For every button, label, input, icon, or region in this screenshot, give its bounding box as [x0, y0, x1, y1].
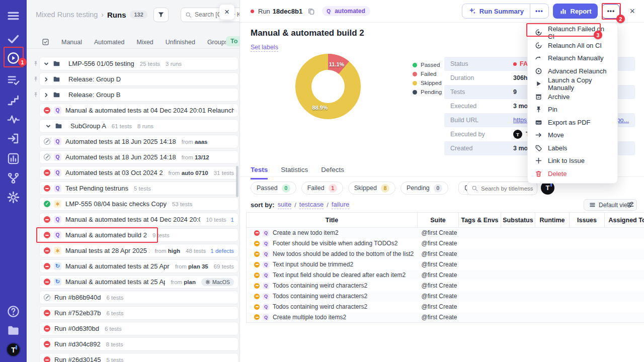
run-summary-button[interactable]: Run Summary [462, 4, 530, 18]
menu-icon[interactable] [7, 9, 20, 23]
run-card[interactable]: Run #0d63f0bd6 tests [39, 322, 238, 335]
chevron-down-icon[interactable] [46, 124, 51, 129]
sort-by-suite[interactable]: suite [278, 201, 291, 209]
group-card[interactable]: LMP-556 01/05 testing25 tests3 runs [39, 57, 238, 70]
run-card[interactable]: QManual & automated tests at 04 Dec 2024… [39, 104, 238, 117]
sort-by-testcase[interactable]: testcase [299, 201, 324, 209]
tab-statistics[interactable]: Statistics [281, 166, 308, 179]
check-icon[interactable] [7, 32, 20, 46]
run-card[interactable]: QManual & automated build 29 tests [39, 228, 238, 242]
menu-item-export-as-pdf[interactable]: PDFExport as PDF [528, 116, 617, 129]
table-row[interactable]: QTodos containing weird characters2@firs… [247, 302, 644, 312]
filter-chip-pending[interactable]: Pending0 [400, 182, 448, 195]
run-card[interactable]: ↻Manual & automated tests at 25 Apr 2025… [39, 259, 238, 273]
automated-type-icon: Q [54, 185, 61, 192]
table-row[interactable]: QText input should be trimmed2@first Cre… [247, 259, 644, 270]
table-row[interactable]: QNew todos should be added to the bottom… [247, 249, 644, 259]
steps-icon[interactable] [7, 94, 20, 107]
run-card[interactable]: QAutomated tests at 18 Jun 2025 14:18fro… [39, 135, 238, 148]
pin-icon[interactable] [33, 76, 39, 82]
table-row[interactable]: QFooter should be visible when adding TO… [247, 238, 644, 249]
projects-folder-icon[interactable] [7, 324, 20, 337]
menu-item-link-to-issue[interactable]: Link to Issue [528, 154, 617, 167]
pin-icon[interactable] [33, 92, 39, 98]
menu-item-advanced-relaunch[interactable]: Advanced Relaunch [528, 65, 617, 78]
status-skipped-icon [254, 304, 260, 310]
table-row[interactable]: QText input field should be cleared afte… [247, 270, 644, 281]
filter-chip-failed[interactable]: Failed1 [301, 182, 343, 195]
analytics-icon[interactable] [7, 152, 20, 165]
sign-in-icon[interactable] [7, 132, 20, 145]
pulse-icon[interactable] [7, 113, 20, 126]
pin-icon[interactable] [33, 60, 39, 66]
menu-item-pin[interactable]: Pin [528, 103, 617, 116]
run-card[interactable]: Run #b86b940d6 tests [39, 291, 238, 304]
help-icon[interactable] [7, 305, 20, 318]
menu-item-relaunch-failed-on-ci[interactable]: Relaunch Failed on CI [528, 26, 617, 39]
tab-unfinished[interactable]: Unfinished [166, 39, 195, 46]
table-row[interactable]: QTodos containing weird characters2@firs… [247, 281, 644, 291]
tab-tests[interactable]: Tests [251, 166, 268, 179]
run-check-icon[interactable] [42, 38, 49, 46]
menu-item-relaunch-all-on-ci[interactable]: Relaunch All on CI [528, 39, 617, 52]
close-detail-icon[interactable]: × [629, 7, 635, 16]
sort-by-failure[interactable]: failure [332, 201, 349, 209]
table-row[interactable]: QCreate multiple todo items2@first Creat… [247, 312, 644, 323]
menu-item-labels[interactable]: Labels [528, 142, 617, 155]
defects-count[interactable]: 1 [231, 217, 234, 223]
tests-search-input[interactable] [481, 186, 533, 192]
run-summary-more-button[interactable]: ••• [530, 4, 548, 18]
menu-item-delete[interactable]: Delete [528, 167, 617, 180]
run-card[interactable]: Run #d304c8928 tests [39, 337, 238, 351]
user-avatar[interactable]: T [6, 342, 21, 357]
menu-item-archive[interactable]: Archive [528, 90, 617, 104]
copy-icon[interactable] [307, 8, 315, 15]
run-card[interactable]: QAutomated tests at 03 Oct 2024 20:25fro… [39, 166, 238, 179]
tests-count: 6 tests [107, 310, 124, 316]
group-card[interactable]: Release: Group B [39, 88, 238, 102]
panel-close-button[interactable]: × [219, 5, 234, 20]
run-card[interactable]: ✶Manual tests at 28 Apr 2025 16:50from h… [39, 244, 238, 257]
report-button[interactable]: Report [553, 4, 598, 19]
defects-count[interactable]: 1 defects [210, 248, 234, 254]
tab-mixed[interactable]: Mixed [136, 39, 153, 46]
table-row[interactable]: QCreate a new todo item2@first Create ..… [247, 228, 644, 238]
tab-defects[interactable]: Defects [321, 166, 344, 179]
export-pdf-icon: PDF [535, 119, 542, 126]
tab-automated[interactable]: Automated [94, 39, 124, 46]
run-card[interactable]: ↻Manual & automated tests at 25 Apr 2025… [39, 275, 238, 289]
run-card[interactable]: QManual & automated tests at 04 Dec 2024… [39, 213, 238, 226]
run-card[interactable]: QTest Pending testruns5 tests [39, 182, 238, 195]
chevron-right-icon[interactable] [44, 93, 49, 98]
menu-item-launch-a-copy-manually[interactable]: Launch a Copy Manually [528, 77, 617, 90]
group-card[interactable]: Release: Group D [39, 72, 238, 86]
chevron-down-icon[interactable] [44, 61, 49, 66]
branch-icon[interactable] [7, 171, 20, 185]
filter-button[interactable] [153, 8, 169, 22]
menu-item-relaunch-manually[interactable]: Relaunch Manually [528, 52, 617, 65]
list-check-icon[interactable] [7, 73, 20, 87]
build-url-link-end[interactable]: po... [617, 117, 629, 124]
filter-chip-skipped[interactable]: Skipped8 [348, 182, 395, 195]
chevron-right-icon[interactable] [44, 77, 49, 82]
run-card[interactable]: Run #752eb37b6 tests [39, 306, 238, 320]
run-card[interactable]: QAutomated tests at 18 Jun 2025 14:18fro… [39, 150, 238, 164]
column-settings-icon[interactable] [626, 201, 634, 209]
filter-chip-passed[interactable]: Passed0 [251, 182, 296, 195]
scrollbar-thumb[interactable] [236, 166, 238, 197]
breadcrumb-project[interactable]: Mixed Runs testing [36, 11, 98, 19]
tab-to[interactable]: To [226, 36, 240, 46]
tab-manual[interactable]: Manual [61, 39, 82, 46]
menu-item-label: Pin [548, 106, 557, 113]
run-card[interactable]: Run #26d301455 tests [39, 353, 238, 362]
tab-groups[interactable]: Groups [207, 39, 228, 46]
set-labels-link[interactable]: Set labels [251, 44, 278, 52]
group-card[interactable]: SubGroup A61 tests8 runs [39, 119, 238, 133]
run-card[interactable]: ✶LMP-555 08/04 basic checks Copy53 tests [39, 197, 238, 211]
settings-gear-icon[interactable] [7, 191, 20, 204]
tests-count: 5 tests [107, 357, 124, 362]
table-row[interactable]: QTodos containing weird characters2@firs… [247, 291, 644, 302]
menu-item-move[interactable]: Move [528, 129, 617, 142]
detail-label: Status [450, 60, 513, 67]
pin-icon [535, 106, 542, 113]
